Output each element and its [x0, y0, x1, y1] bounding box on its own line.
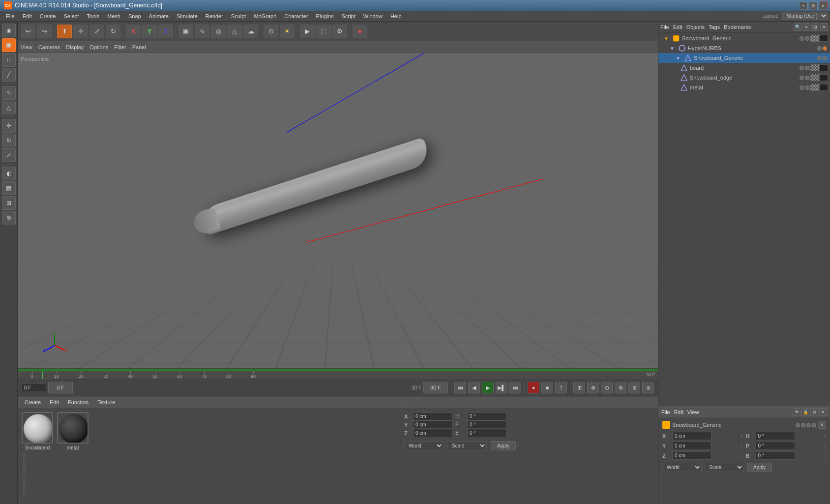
- menu-sculpt[interactable]: Sculpt: [227, 12, 250, 20]
- menu-tools[interactable]: Tools: [83, 12, 103, 20]
- vis-dot-7[interactable]: [800, 66, 804, 70]
- timeline-ruler[interactable]: 0 10 20 30 40 50 60 70 80 90 90 F: [18, 371, 658, 379]
- vis-dot-1[interactable]: [800, 36, 804, 41]
- render-button[interactable]: ▶: [300, 25, 315, 38]
- stop-button[interactable]: ■: [541, 382, 553, 393]
- coord-close-icon[interactable]: ✕: [819, 408, 827, 416]
- coord-system-selector[interactable]: World Local: [404, 441, 444, 450]
- move-tool-left[interactable]: ✛: [2, 119, 16, 133]
- nurbs-button[interactable]: ◎: [211, 25, 226, 38]
- obj-close-icon[interactable]: ✕: [820, 23, 828, 31]
- search-icon[interactable]: 🔍: [794, 23, 801, 31]
- key-button-6[interactable]: ⊜: [642, 382, 654, 393]
- scene-button[interactable]: ☁: [243, 25, 258, 38]
- frame-input-2[interactable]: 0 F: [48, 382, 73, 393]
- obj-row-metal[interactable]: metal: [658, 83, 830, 92]
- record-button[interactable]: ●: [528, 382, 539, 393]
- scale-tool-button[interactable]: ⤢: [89, 25, 104, 38]
- coord-edit-menu[interactable]: Edit: [674, 409, 683, 415]
- rotate-tool-button[interactable]: ↻: [106, 25, 120, 38]
- scale-tool-left[interactable]: ⤢: [2, 148, 16, 162]
- menu-simulate[interactable]: Simulate: [173, 12, 202, 20]
- world-local-selector[interactable]: World Local: [662, 463, 702, 472]
- coord-vis-icon[interactable]: 👁: [793, 408, 800, 416]
- menu-plugins[interactable]: Plugins: [312, 12, 338, 20]
- go-to-end-button[interactable]: ⏭: [509, 382, 521, 393]
- coord-apply-button[interactable]: Apply: [747, 463, 772, 472]
- viewport-canvas[interactable]: Perspective X: [18, 53, 658, 368]
- y-coord-input[interactable]: [672, 442, 711, 450]
- fps-input[interactable]: 90 F: [423, 382, 448, 393]
- material-swatch-snowboard[interactable]: Snowboard: [22, 412, 53, 450]
- x-pos-input[interactable]: [413, 412, 452, 420]
- menu-select[interactable]: Select: [60, 12, 83, 20]
- x-coord-input[interactable]: [672, 432, 711, 440]
- coord-obj-close[interactable]: ✕: [818, 421, 826, 429]
- move-tool-button[interactable]: ✛: [73, 25, 88, 38]
- obj-row-snowboard-generic-child[interactable]: ▼ Snowboard_Generic: [658, 53, 830, 63]
- prev-frame-button[interactable]: ◀: [468, 382, 480, 393]
- key-button-2[interactable]: ⊗: [587, 382, 599, 393]
- vis-dot-12[interactable]: [805, 85, 809, 90]
- menu-animate[interactable]: Animate: [145, 12, 173, 20]
- menu-window[interactable]: Window: [359, 12, 386, 20]
- mat-function-menu[interactable]: Function: [64, 398, 92, 406]
- coord-vis-dot-1[interactable]: [796, 423, 800, 427]
- layout-selector[interactable]: Startup (User): [782, 12, 828, 20]
- viewport-view-menu[interactable]: View: [21, 44, 32, 50]
- deform-tool-button[interactable]: △: [2, 101, 16, 114]
- obj-file-menu[interactable]: File: [660, 24, 669, 30]
- vis-dot-10[interactable]: [805, 76, 809, 80]
- key-button-3[interactable]: ⊙: [601, 382, 613, 393]
- b-rot-input[interactable]: [467, 429, 506, 437]
- obj-row-hypernurbs[interactable]: ▼ HyperNURBS: [658, 43, 830, 53]
- vis-dot-8[interactable]: [805, 66, 809, 70]
- anim-record-button[interactable]: ●: [353, 25, 367, 38]
- viewport-filter-menu[interactable]: Filter: [114, 44, 126, 50]
- p-coord-input[interactable]: [756, 442, 795, 450]
- current-frame-input[interactable]: [22, 384, 46, 392]
- scale-type-selector[interactable]: Scale Move: [705, 463, 744, 472]
- magnet-button[interactable]: ◐: [2, 167, 16, 180]
- vp-close-button[interactable]: ✕: [819, 2, 827, 10]
- z-axis-button[interactable]: Z: [158, 25, 173, 38]
- filter-icon[interactable]: ≡: [802, 23, 810, 31]
- spline-button[interactable]: ∿: [195, 25, 209, 38]
- obj-bookmarks-menu[interactable]: Bookmarks: [724, 24, 751, 30]
- deformer-button[interactable]: △: [227, 25, 242, 38]
- key-button-1[interactable]: ⊞: [573, 382, 585, 393]
- select-tool-button[interactable]: ⬆: [57, 25, 72, 38]
- expand-icon[interactable]: ⊞: [811, 23, 819, 31]
- menu-mesh[interactable]: Mesh: [103, 12, 124, 20]
- play-button[interactable]: ▶: [482, 382, 494, 393]
- coord-view-menu[interactable]: View: [687, 409, 699, 415]
- vis-dot-6[interactable]: [823, 56, 827, 60]
- poly-mode-button[interactable]: ▣: [2, 38, 16, 52]
- mat-texture-menu[interactable]: Texture: [93, 398, 119, 406]
- vis-dot-9[interactable]: [800, 76, 804, 80]
- x-axis-button[interactable]: X: [126, 25, 141, 38]
- key-button-4[interactable]: ⊕: [615, 382, 626, 393]
- grid-button[interactable]: ⊞: [2, 196, 16, 210]
- go-to-start-button[interactable]: ⏮: [454, 382, 466, 393]
- next-frame-button[interactable]: ▶▌: [496, 382, 507, 393]
- coord-settings-icon[interactable]: ⚙: [810, 408, 818, 416]
- h-rot-input[interactable]: [467, 412, 506, 420]
- anim-settings-button[interactable]: ?: [555, 382, 567, 393]
- apply-button[interactable]: Apply: [491, 441, 516, 450]
- z-coord-input[interactable]: [672, 451, 711, 460]
- y-axis-button[interactable]: Y: [142, 25, 157, 38]
- coord-vis-dot-2[interactable]: [801, 423, 805, 427]
- snap-button[interactable]: ⊕: [2, 211, 16, 224]
- vis-dot-2[interactable]: [805, 36, 809, 41]
- menu-character[interactable]: Character: [280, 12, 312, 20]
- vis-dot-4[interactable]: [823, 46, 827, 51]
- render-settings-button[interactable]: ⚙: [332, 25, 347, 38]
- model-mode-button[interactable]: ◉: [2, 24, 16, 37]
- lock-button[interactable]: ▦: [2, 181, 16, 195]
- primitive-button[interactable]: ▣: [178, 25, 193, 38]
- point-mode-button[interactable]: ∷: [2, 53, 16, 67]
- obj-objects-menu[interactable]: Objects: [686, 24, 705, 30]
- h-coord-input[interactable]: [756, 432, 795, 440]
- z-pos-input[interactable]: [413, 429, 452, 437]
